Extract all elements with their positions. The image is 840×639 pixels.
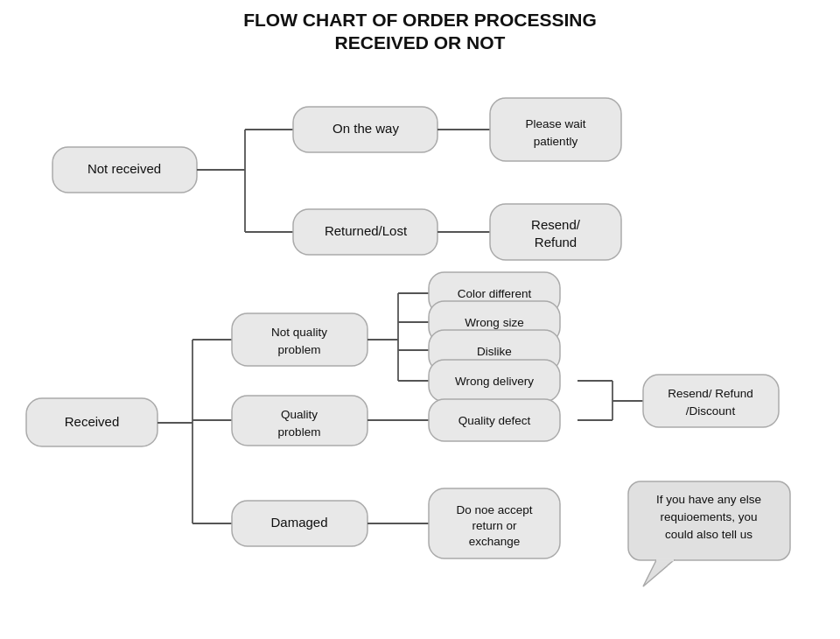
dislike-label: Dislike [477,345,512,358]
not-received-label: Not received [88,161,161,176]
svg-text:/Discount: /Discount [686,404,736,418]
color-different-label: Color different [458,287,532,300]
svg-text:patiently: patiently [534,135,578,148]
not-quality-box [232,313,368,366]
resend-refund-top-label: Resend/ [531,217,581,232]
svg-text:could also tell us: could also tell us [665,528,752,541]
please-wait-label: Please wait [525,117,585,130]
title-line2: RECEIVED OR NOT [335,32,506,53]
resend-refund-bottom-label1: Resend/ Refund [668,387,753,400]
quality-defect-label: Quality defect [458,414,531,427]
on-the-way-label: On the way [332,121,399,136]
returned-lost-label: Returned/Lost [325,223,408,238]
speech-bubble: If you have any else requioements, you c… [628,481,790,586]
svg-text:problem: problem [278,425,321,439]
do-not-accept-label1: Do noe accept [456,503,532,516]
svg-marker-31 [643,560,674,586]
svg-text:requioements, you: requioements, you [660,510,757,523]
svg-text:exchange: exchange [469,535,521,548]
title-line1: FLOW CHART OF ORDER PROCESSING [243,10,597,30]
svg-text:problem: problem [278,343,321,356]
wrong-delivery-label: Wrong delivery [455,375,534,388]
svg-text:If you have any else: If you have any else [656,493,761,506]
svg-text:Refund: Refund [535,235,577,249]
damaged-label: Damaged [270,515,327,530]
resend-refund-top-box [490,204,621,260]
svg-text:return or: return or [472,519,517,532]
not-quality-label: Not quality [271,326,327,339]
resend-refund-bottom-box [643,375,779,427]
quality-problem-label: Quality [281,408,318,421]
received-label: Received [65,414,120,429]
wrong-size-label: Wrong size [465,316,523,329]
